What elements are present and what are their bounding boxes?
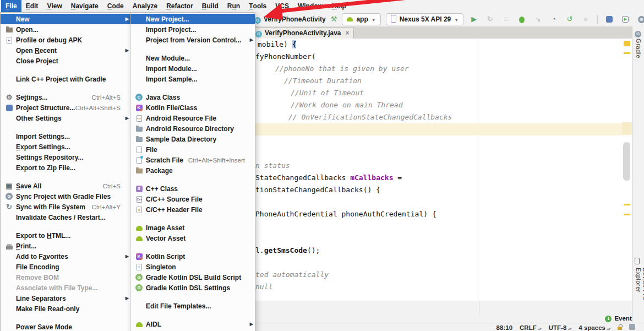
- close-icon[interactable]: ×: [346, 29, 350, 37]
- menu-bar-item[interactable]: Window: [293, 0, 328, 12]
- file-menu-item[interactable]: Other Settings: [1, 113, 130, 123]
- new-submenu-item[interactable]: Import Sample...: [130, 74, 255, 84]
- menu-bar-item[interactable]: Edit: [21, 0, 43, 12]
- file-menu-item[interactable]: Open Recent: [1, 45, 130, 56]
- editor-tab-label: VerifyPhoneActivity.java: [265, 29, 341, 37]
- new-submenu-item[interactable]: 1 Singleton: [130, 262, 255, 272]
- project-structure-icon[interactable]: [604, 13, 615, 25]
- new-submenu-item[interactable]: <> Android Resource File: [130, 113, 255, 123]
- file-menu-item[interactable]: Export Settings...: [1, 142, 130, 152]
- new-submenu-item[interactable]: Import Project...: [130, 24, 255, 35]
- file-menu-item[interactable]: New: [1, 14, 130, 24]
- gradle-sync-icon[interactable]: G: [636, 13, 644, 25]
- debug-icon[interactable]: [516, 13, 527, 25]
- file-menu-item[interactable]: File Encoding: [1, 262, 130, 272]
- new-submenu-item[interactable]: C Java Class: [130, 92, 255, 102]
- file-menu-item[interactable]: Export to Zip File...: [1, 162, 130, 173]
- menu-bar-item[interactable]: Analyze: [128, 0, 162, 12]
- code-line: StateChangedCallbacks mCallbacks =: [254, 172, 622, 184]
- new-submenu-item[interactable]: Sample Data Directory: [130, 134, 255, 144]
- new-submenu-item[interactable]: New Module...: [130, 53, 255, 63]
- menu-bar-item[interactable]: Help: [328, 0, 351, 12]
- file-menu-item[interactable]: ↻ Sync with File System Ctrl+Alt+Y: [1, 202, 130, 212]
- editor-scrollbar-stripe[interactable]: [622, 39, 632, 301]
- caret-position[interactable]: 88:10: [496, 324, 512, 331]
- device-select[interactable]: Nexus 5X API 29 ▼: [386, 13, 464, 25]
- file-menu-item[interactable]: Remove BOM: [1, 272, 130, 283]
- file-menu-item[interactable]: Make File Read-only: [1, 303, 130, 314]
- new-submenu-item[interactable]: Project from Version Control...: [130, 35, 255, 45]
- code-line: [254, 123, 622, 135]
- apply-changes-icon[interactable]: ≡: [500, 13, 511, 25]
- file-menu-item[interactable]: G Sync Project with Gradle Files: [1, 191, 130, 202]
- device-manager-icon[interactable]: ▶: [620, 13, 631, 25]
- menu-bar-item[interactable]: Code: [103, 0, 128, 12]
- file-menu-item[interactable]: Print...: [1, 241, 130, 251]
- file-menu-item[interactable]: ▸ Profile or debug APK: [1, 35, 130, 45]
- stop-icon[interactable]: ■: [580, 13, 591, 25]
- new-submenu-item[interactable]: G Gradle Kotlin DSL Settings: [130, 283, 255, 293]
- profile-icon[interactable]: ◔: [548, 13, 559, 25]
- stripe-mark: [624, 214, 630, 215]
- apk-icon: ▸: [4, 36, 14, 44]
- phone-icon: [391, 15, 396, 24]
- file-menu-item[interactable]: Line Separators: [1, 293, 130, 303]
- file-menu-item[interactable]: Open...: [1, 24, 130, 35]
- new-submenu-item[interactable]: New Project...: [130, 14, 255, 24]
- new-submenu-item[interactable]: C++ C/C++ Source File: [130, 194, 255, 204]
- new-submenu-item[interactable]: G Gradle Kotlin DSL Build Script: [130, 272, 255, 283]
- new-submenu-item[interactable]: AIDL: [130, 319, 255, 329]
- menu-bar-item[interactable]: File: [1, 0, 21, 12]
- encoding-widget[interactable]: UTF-8▴▾: [549, 324, 572, 331]
- file-menu-item[interactable]: ⚙ Settings... Ctrl+Alt+S: [1, 92, 130, 102]
- menu-bar-item[interactable]: Build: [198, 0, 223, 12]
- file-menu-item[interactable]: Power Save Mode: [1, 322, 130, 331]
- new-submenu-item[interactable]: Vector Asset: [130, 233, 255, 243]
- file-menu-item[interactable]: Export to HTML...: [1, 230, 130, 241]
- indent-widget[interactable]: 4 spaces▴▾: [578, 324, 610, 331]
- new-submenu-item[interactable]: Image Asset: [130, 223, 255, 233]
- memory-icon[interactable]: [629, 324, 635, 331]
- menu-bar-item[interactable]: Navigate: [67, 0, 103, 12]
- refresh-icon: ↻: [4, 203, 14, 211]
- file-menu-item[interactable]: Link C++ Project with Gradle: [1, 74, 130, 84]
- attach-debugger-icon[interactable]: ↘: [532, 13, 543, 25]
- save-icon: ▣: [4, 182, 14, 190]
- profile-apk-icon[interactable]: ↺: [564, 13, 575, 25]
- file-menu-item[interactable]: Settings Repository...: [1, 152, 130, 162]
- line-separator-widget[interactable]: CRLF▴▾: [520, 324, 542, 331]
- new-submenu-item[interactable]: Edit File Templates...: [130, 301, 255, 311]
- file-menu-item[interactable]: Associate with File Type...: [1, 283, 130, 293]
- file-menu-item[interactable]: Add to Favorites: [1, 251, 130, 262]
- navigation-bar-item[interactable]: C VerifyPhoneActivity: [254, 15, 326, 24]
- tool-rail-gradle[interactable]: Gradle: [635, 39, 642, 58]
- file-menu-item[interactable]: Project Structure... Ctrl+Alt+Shift+S: [1, 102, 130, 113]
- new-submenu-item[interactable]: K Kotlin Script: [130, 251, 255, 262]
- file-menu-item[interactable]: Import Settings...: [1, 131, 130, 142]
- run-icon[interactable]: ▶: [468, 13, 479, 25]
- module-select[interactable]: app ▼: [342, 13, 380, 25]
- new-submenu-item[interactable]: K Kotlin File/Class: [130, 102, 255, 113]
- new-submenu-item[interactable]: Android Resource Directory: [130, 123, 255, 134]
- new-submenu-item[interactable]: S C++ Class: [130, 183, 255, 194]
- file-menu-item[interactable]: Invalidate Caches / Restart...: [1, 212, 130, 223]
- menu-bar-item[interactable]: Run: [223, 0, 244, 12]
- new-submenu-item[interactable]: Scratch File Ctrl+Alt+Shift+Insert: [130, 155, 255, 165]
- new-submenu-item[interactable]: Package: [130, 165, 255, 176]
- new-submenu-item[interactable]: H C/C++ Header File: [130, 204, 255, 215]
- editor-tab[interactable]: C VerifyPhoneActivity.java ×: [251, 27, 354, 39]
- code-line: //phoneNo that is given by user: [254, 63, 622, 75]
- new-submenu-item[interactable]: File: [130, 144, 255, 155]
- menu-bar-item[interactable]: VCS: [271, 0, 293, 12]
- lock-open-icon[interactable]: [618, 324, 622, 331]
- new-submenu-item[interactable]: Import Module...: [130, 63, 255, 74]
- menu-bar-item[interactable]: View: [42, 0, 66, 12]
- hammer-icon[interactable]: ⚒: [331, 13, 337, 25]
- file-menu-item[interactable]: ▣ Save All Ctrl+S: [1, 181, 130, 191]
- menu-bar-item[interactable]: Refactor: [162, 0, 198, 12]
- rerun-icon[interactable]: ↻: [484, 13, 495, 25]
- file-menu-item[interactable]: Close Project: [1, 56, 130, 66]
- menu-bar-item[interactable]: Tools: [244, 0, 271, 12]
- code-editor[interactable]: mobile) {fyPhoneNumber(//phoneNo that is…: [254, 39, 622, 301]
- tool-rail-device-file-explorer[interactable]: Device File Explorer: [635, 268, 644, 323]
